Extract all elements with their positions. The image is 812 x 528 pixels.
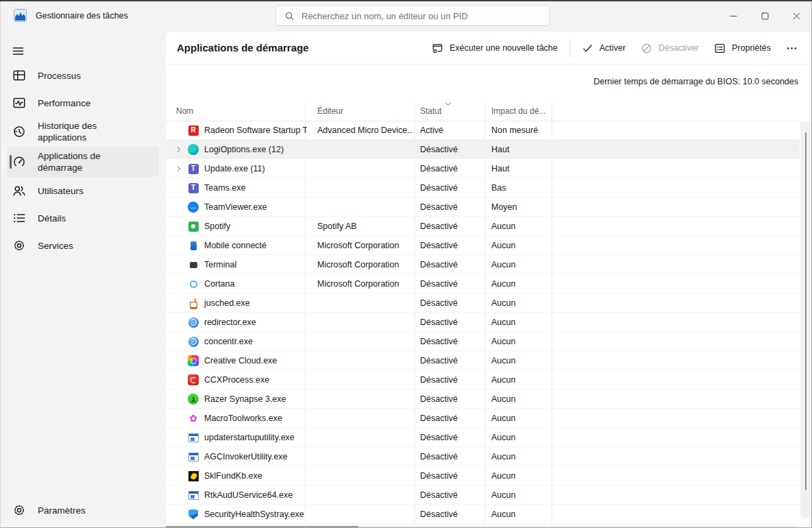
sidebar-item-processes[interactable]: Processus (7, 62, 159, 89)
table-row[interactable]: MacroToolworks.exe Désactivé Aucun (166, 409, 800, 428)
table-row[interactable]: Radeon Software Startup T... Advanced Mi… (166, 121, 800, 140)
column-header-impact[interactable]: Impact du dé... (491, 99, 545, 121)
bios-value: 10.0 secondes (743, 77, 798, 86)
table-row[interactable]: Mobile connecté Microsoft Corporation Dé… (166, 236, 800, 255)
column-header-status[interactable]: Statut (420, 99, 441, 121)
slash-circle-icon (641, 43, 652, 54)
table-row[interactable]: Razer Synapse 3.exe Désactivé Aucun (166, 389, 800, 409)
minimize-icon (729, 12, 738, 21)
history-icon (12, 125, 26, 139)
cell-impact: Aucun (491, 274, 515, 293)
column-header-publisher[interactable]: Éditeur (317, 99, 343, 121)
close-button[interactable] (780, 1, 812, 30)
run-new-task-button[interactable]: Exécuter une nouvelle tâche (424, 38, 565, 59)
cell-name: AGCInvokerUtility.exe (204, 447, 307, 466)
table-row[interactable]: Spotify Spotify AB Désactivé Aucun (166, 217, 800, 236)
maximize-button[interactable] (749, 1, 780, 30)
defaultexe-icon (188, 491, 199, 500)
ccx-icon (188, 374, 199, 385)
sidebar-item-startup-apps[interactable]: Applications de démarrage (7, 147, 159, 177)
cell-status: Désactivé (420, 505, 458, 524)
cell-status: Désactivé (420, 466, 458, 485)
vertical-scrollbar-thumb[interactable] (805, 132, 807, 490)
table-row[interactable]: Cortana Microsoft Corporation Désactivé … (166, 274, 800, 293)
sidebar-item-users[interactable]: Utilisateurs (7, 177, 159, 204)
column-header-name[interactable]: Nom (176, 99, 193, 121)
table-row[interactable]: CCXProcess.exe Désactivé Aucun (166, 370, 800, 389)
cell-publisher (317, 505, 413, 524)
cell-publisher (317, 140, 413, 159)
cell-status: Désactivé (420, 370, 458, 389)
table-row[interactable]: TeamViewer.exe Désactivé Moyen (166, 197, 800, 217)
table-row[interactable]: Update.exe (11) Désactivé Haut (166, 159, 800, 178)
cell-status: Désactivé (420, 293, 458, 313)
cell-publisher (317, 409, 413, 428)
spotify-icon (188, 221, 199, 232)
cell-publisher (317, 370, 413, 389)
search-box[interactable] (275, 5, 550, 26)
table-row[interactable]: SecurityHealthSystray.exe Désactivé Aucu… (166, 505, 800, 524)
search-input[interactable] (302, 11, 541, 21)
expand-chevron-icon[interactable] (175, 145, 183, 154)
cell-name: Cortana (204, 274, 307, 293)
toolbar: Applications de démarrage Exécuter une n… (166, 32, 812, 64)
cell-name: LogiOptions.exe (12) (204, 140, 307, 159)
more-options-button[interactable] (778, 38, 805, 59)
skl-icon (188, 471, 199, 481)
sidebar-item-app-history[interactable]: Historique des applications (7, 117, 159, 147)
table-row[interactable]: redirector.exe Désactivé Aucun (166, 313, 800, 332)
toolbar-divider (569, 39, 570, 57)
table-row[interactable]: RtkAudUService64.exe Désactivé Aucun (166, 485, 800, 505)
table-row[interactable]: Teams.exe Désactivé Bas (166, 178, 800, 197)
cell-status: Désactivé (420, 428, 458, 447)
sidebar-item-label: Processus (38, 70, 140, 82)
cell-publisher (317, 447, 413, 466)
table-row[interactable]: LogiOptions.exe (12) Désactivé Haut (166, 140, 800, 159)
minimize-button[interactable] (717, 1, 749, 30)
table-row[interactable]: updaterstartuputility.exe Désactivé Aucu… (166, 428, 800, 447)
cell-publisher: Microsoft Corporation (317, 274, 413, 293)
services-icon (12, 239, 26, 252)
bios-boot-time: Dernier temps de démarrage du BIOS: 10.0… (593, 77, 798, 86)
expand-chevron-icon[interactable] (175, 165, 183, 173)
bios-label: Dernier temps de démarrage du BIOS: (593, 77, 740, 86)
sidebar-item-performance[interactable]: Performance (7, 89, 159, 117)
table-row[interactable]: SklFundKb.exe Désactivé Aucun (166, 466, 800, 485)
cell-impact: Aucun (491, 505, 515, 524)
sidebar-item-label: Applications de démarrage (38, 150, 140, 173)
cell-publisher (317, 351, 413, 370)
deactivate-button[interactable]: Désactiver (633, 38, 706, 59)
sidebar-item-services[interactable]: Services (7, 232, 159, 259)
table-row[interactable]: Creative Cloud.exe Désactivé Aucun (166, 351, 800, 370)
cell-status: Désactivé (420, 409, 458, 428)
sidebar-nav: Processus Performance Historique des app… (0, 62, 166, 259)
cell-impact: Aucun (491, 447, 515, 466)
cell-name: Teams.exe (204, 178, 307, 197)
cell-publisher: Microsoft Corporation (317, 236, 413, 255)
performance-icon (12, 96, 26, 110)
cell-name: updaterstartuputility.exe (204, 428, 307, 447)
cell-impact: Aucun (491, 409, 515, 428)
vertical-scrollbar[interactable] (800, 122, 811, 518)
table-row[interactable]: AGCInvokerUtility.exe Désactivé Aucun (166, 447, 800, 466)
cell-impact: Aucun (491, 389, 515, 409)
properties-button[interactable]: Propriétés (706, 38, 778, 59)
cell-name: MacroToolworks.exe (204, 409, 307, 428)
properties-icon (714, 43, 726, 54)
sidebar-item-details[interactable]: Détails (7, 204, 159, 232)
table-row[interactable]: concentr.exe Désactivé Aucun (166, 332, 800, 351)
close-icon (792, 12, 801, 21)
cc-icon (188, 355, 199, 366)
table-row[interactable]: jusched.exe Désactivé Aucun (166, 293, 800, 313)
table-row[interactable]: Terminal Microsoft Corporation Désactivé… (166, 255, 800, 274)
citrix-icon (188, 337, 199, 347)
task-manager-app-icon (14, 9, 27, 22)
cell-name: TeamViewer.exe (204, 197, 307, 217)
activate-button[interactable]: Activer (574, 38, 633, 59)
cell-publisher: Spotify AB (317, 217, 413, 236)
run-new-task-icon (432, 43, 443, 54)
menu-toggle-button[interactable] (5, 38, 30, 63)
sidebar-item-settings[interactable]: Paramètres (7, 496, 159, 524)
cell-status: Désactivé (420, 197, 458, 217)
cell-publisher (317, 485, 413, 505)
